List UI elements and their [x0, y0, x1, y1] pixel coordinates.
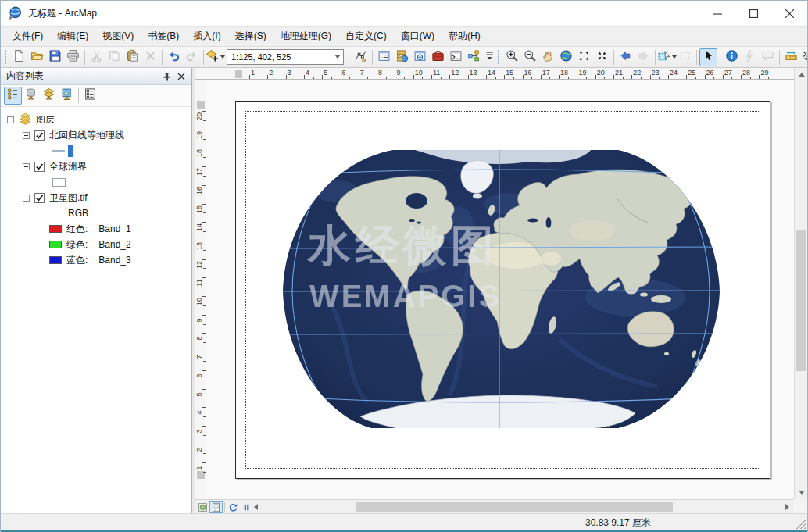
pan-button[interactable] — [539, 48, 557, 66]
table-of-contents-window-button[interactable] — [375, 48, 393, 66]
fixed-zoom-in-button[interactable] — [575, 48, 593, 66]
polygon-symbol[interactable] — [52, 178, 66, 187]
open-folder-button[interactable] — [28, 48, 46, 66]
redo-button[interactable] — [183, 48, 201, 66]
html-popup-icon — [761, 49, 774, 66]
menu-2[interactable]: 视图(V) — [95, 27, 141, 46]
add-data-button[interactable] — [206, 48, 224, 66]
overflow-button[interactable] — [801, 48, 808, 66]
scale-combobox[interactable]: 1:125, 402, 525 — [227, 49, 344, 65]
band-value: Band_1 — [98, 223, 130, 234]
print-button[interactable] — [64, 48, 82, 66]
menu-4[interactable]: 插入(I) — [186, 27, 227, 46]
select-elements-button[interactable] — [699, 48, 717, 66]
list-by-visibility-button[interactable] — [40, 87, 58, 105]
cut-button[interactable] — [88, 48, 105, 66]
chevron-down-icon[interactable] — [220, 55, 225, 59]
world-map: 水经微图 WEMAPGIS — [282, 145, 721, 434]
scroll-up-button[interactable] — [795, 68, 808, 81]
layer-visibility-checkbox[interactable] — [34, 193, 45, 203]
pan-icon — [542, 49, 555, 66]
menu-0[interactable]: 文件(F) — [5, 27, 50, 46]
modelbuilder-button[interactable] — [465, 48, 483, 66]
menu-1[interactable]: 编辑(E) — [50, 27, 95, 46]
layer-label[interactable]: 卫星图.tif — [49, 191, 88, 205]
new-document-button[interactable] — [10, 48, 28, 66]
search-window-button[interactable] — [411, 48, 429, 66]
layer-visibility-checkbox[interactable] — [34, 130, 45, 141]
v-ruler-number: 19 — [195, 130, 203, 140]
list-by-selection-button[interactable] — [58, 87, 76, 105]
back-button[interactable] — [617, 48, 635, 66]
pin-button[interactable] — [160, 70, 174, 84]
measure-button[interactable] — [782, 48, 800, 66]
refresh-icon — [228, 502, 238, 512]
menu-8[interactable]: 窗口(W) — [394, 27, 442, 46]
mini-overflow-button[interactable] — [484, 48, 495, 66]
zoom-out-button[interactable] — [521, 48, 539, 66]
toc-options-button[interactable] — [81, 87, 99, 105]
resize-grip[interactable] — [796, 520, 806, 529]
data-view-button[interactable] — [196, 501, 209, 513]
close-button[interactable] — [771, 1, 807, 26]
fixed-zoom-out-button[interactable] — [593, 48, 611, 66]
editor-sketch-icon — [354, 49, 367, 66]
collapse-icon[interactable] — [23, 132, 30, 139]
refresh-button[interactable] — [227, 501, 240, 513]
layers-icon — [19, 112, 32, 127]
collapse-icon[interactable] — [23, 163, 30, 170]
h-ruler-number: 10 — [415, 69, 423, 77]
minimize-button[interactable] — [699, 1, 735, 26]
toolbar-grip[interactable] — [4, 49, 8, 65]
editor-sketch-button[interactable] — [352, 48, 370, 66]
group-label[interactable]: 图层 — [36, 113, 55, 127]
scroll-left-button[interactable] — [249, 500, 263, 514]
maximize-button[interactable] — [735, 1, 771, 26]
band-color-swatch[interactable] — [49, 225, 62, 233]
layout-canvas[interactable]: 水经微图 WEMAPGIS — [206, 80, 794, 499]
save-button[interactable] — [46, 48, 64, 66]
chevron-down-icon[interactable] — [334, 55, 341, 59]
delete-button[interactable] — [141, 48, 159, 66]
menu-3[interactable]: 书签(B) — [141, 27, 186, 46]
list-by-drawing-order-button[interactable] — [4, 87, 22, 105]
html-popup-button[interactable] — [759, 48, 777, 66]
list-by-source-button[interactable] — [22, 87, 40, 105]
identify-button[interactable] — [723, 48, 741, 66]
menu-7[interactable]: 自定义(C) — [338, 27, 394, 46]
vertical-scrollbar[interactable] — [794, 68, 807, 499]
scroll-right-button[interactable] — [781, 500, 794, 514]
layer-label[interactable]: 全球洲界 — [49, 160, 87, 173]
layer-label[interactable]: 北回归线等地理线 — [49, 129, 124, 142]
hyperlink-button[interactable] — [741, 48, 759, 66]
band-color-swatch[interactable] — [49, 256, 62, 264]
horizontal-scroll-thumb[interactable] — [356, 502, 673, 512]
line-symbol-bar[interactable] — [68, 145, 73, 157]
collapse-icon[interactable] — [7, 116, 14, 123]
select-features-button[interactable] — [658, 48, 676, 66]
toolbar-grip[interactable] — [497, 49, 501, 65]
full-extent-button[interactable] — [557, 48, 575, 66]
forward-button[interactable] — [635, 48, 652, 66]
catalog-window-button[interactable] — [393, 48, 411, 66]
menu-6[interactable]: 地理处理(G) — [274, 27, 338, 46]
undo-button[interactable] — [165, 48, 183, 66]
layout-view-button[interactable] — [209, 501, 223, 513]
toolbar-separator — [203, 50, 204, 65]
toc-close-button[interactable] — [174, 70, 188, 84]
python-window-button[interactable] — [447, 48, 465, 66]
band-color-swatch[interactable] — [49, 241, 62, 248]
copy-button[interactable] — [105, 48, 123, 66]
line-symbol[interactable] — [52, 150, 65, 152]
menu-5[interactable]: 选择(S) — [228, 27, 274, 46]
menu-9[interactable]: 帮助(H) — [442, 27, 488, 46]
vertical-scroll-thumb[interactable] — [796, 230, 806, 371]
horizontal-scrollbar[interactable] — [195, 499, 794, 513]
scroll-down-button[interactable] — [795, 486, 808, 499]
layer-visibility-checkbox[interactable] — [34, 162, 45, 172]
paste-button[interactable] — [123, 48, 141, 66]
clear-selection-button[interactable] — [676, 48, 694, 66]
arctoolbox-button[interactable] — [429, 48, 447, 66]
collapse-icon[interactable] — [23, 195, 30, 202]
zoom-in-button[interactable] — [503, 48, 521, 66]
